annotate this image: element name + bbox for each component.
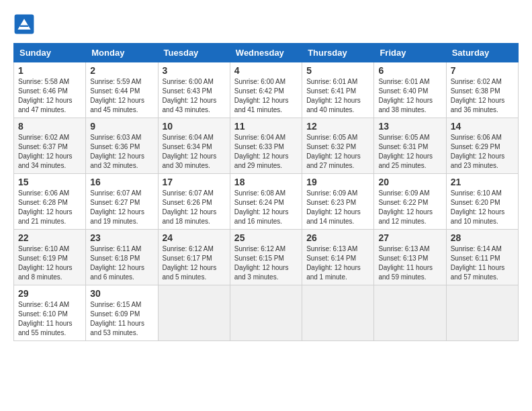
table-row [302,285,374,341]
table-row: 16Sunrise: 6:07 AMSunset: 6:27 PMDayligh… [86,174,158,230]
table-row: 2Sunrise: 5:59 AMSunset: 6:44 PMDaylight… [86,62,158,118]
table-row: 13Sunrise: 6:05 AMSunset: 6:31 PMDayligh… [374,118,446,174]
table-row: 29Sunrise: 6:14 AMSunset: 6:10 PMDayligh… [14,285,86,341]
header [13,13,519,35]
table-row: 7Sunrise: 6:02 AMSunset: 6:38 PMDaylight… [446,62,518,118]
th-thursday: Thursday [302,44,374,62]
table-row: 18Sunrise: 6:08 AMSunset: 6:24 PMDayligh… [230,174,302,230]
table-row [158,285,230,341]
table-row: 4Sunrise: 6:00 AMSunset: 6:42 PMDaylight… [230,62,302,118]
table-row: 9Sunrise: 6:03 AMSunset: 6:36 PMDaylight… [86,118,158,174]
table-row: 21Sunrise: 6:10 AMSunset: 6:20 PMDayligh… [446,174,518,230]
table-row: 30Sunrise: 6:15 AMSunset: 6:09 PMDayligh… [86,285,158,341]
table-row: 8Sunrise: 6:02 AMSunset: 6:37 PMDaylight… [14,118,86,174]
table-row: 1Sunrise: 5:58 AMSunset: 6:46 PMDaylight… [14,62,86,118]
table-row: 25Sunrise: 6:12 AMSunset: 6:15 PMDayligh… [230,230,302,285]
logo-icon [13,13,35,35]
table-row: 28Sunrise: 6:14 AMSunset: 6:11 PMDayligh… [446,230,518,285]
table-row: 24Sunrise: 6:12 AMSunset: 6:17 PMDayligh… [158,230,230,285]
calendar-table: Sunday Monday Tuesday Wednesday Thursday… [13,43,519,341]
svg-rect-2 [20,26,29,27]
th-tuesday: Tuesday [158,44,230,62]
table-row: 11Sunrise: 6:04 AMSunset: 6:33 PMDayligh… [230,118,302,174]
table-row [446,285,518,341]
table-row: 14Sunrise: 6:06 AMSunset: 6:29 PMDayligh… [446,118,518,174]
table-row: 23Sunrise: 6:11 AMSunset: 6:18 PMDayligh… [86,230,158,285]
table-row: 3Sunrise: 6:00 AMSunset: 6:43 PMDaylight… [158,62,230,118]
th-wednesday: Wednesday [230,44,302,62]
table-row: 10Sunrise: 6:04 AMSunset: 6:34 PMDayligh… [158,118,230,174]
table-row: 5Sunrise: 6:01 AMSunset: 6:41 PMDaylight… [302,62,374,118]
th-saturday: Saturday [446,44,518,62]
table-row: 27Sunrise: 6:13 AMSunset: 6:13 PMDayligh… [374,230,446,285]
table-row: 22Sunrise: 6:10 AMSunset: 6:19 PMDayligh… [14,230,86,285]
table-row: 19Sunrise: 6:09 AMSunset: 6:23 PMDayligh… [302,174,374,230]
table-row: 20Sunrise: 6:09 AMSunset: 6:22 PMDayligh… [374,174,446,230]
logo [13,13,38,35]
table-row: 26Sunrise: 6:13 AMSunset: 6:14 PMDayligh… [302,230,374,285]
page: Sunday Monday Tuesday Wednesday Thursday… [0,0,532,348]
table-row: 12Sunrise: 6:05 AMSunset: 6:32 PMDayligh… [302,118,374,174]
table-row: 6Sunrise: 6:01 AMSunset: 6:40 PMDaylight… [374,62,446,118]
table-row: 15Sunrise: 6:06 AMSunset: 6:28 PMDayligh… [14,174,86,230]
table-row [230,285,302,341]
table-row [374,285,446,341]
th-monday: Monday [86,44,158,62]
table-row: 17Sunrise: 6:07 AMSunset: 6:26 PMDayligh… [158,174,230,230]
th-sunday: Sunday [14,44,86,62]
th-friday: Friday [374,44,446,62]
